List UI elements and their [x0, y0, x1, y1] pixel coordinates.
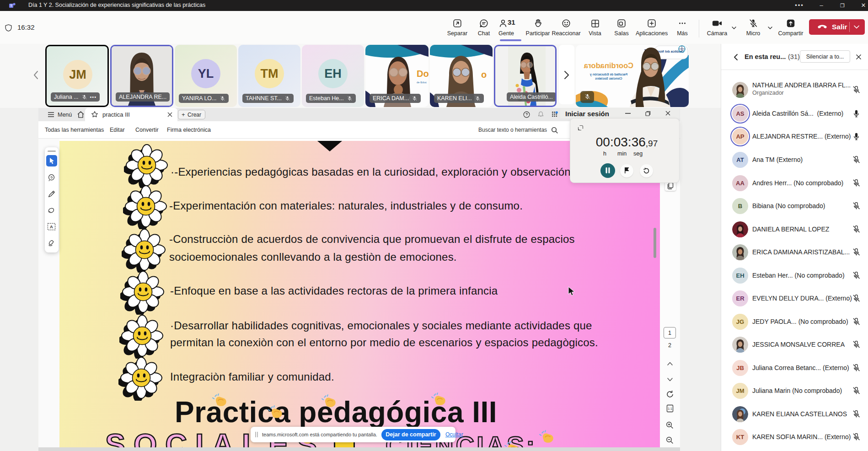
svg-text:T: T [10, 4, 12, 7]
svg-text:Coordinadora: Coordinadora [584, 61, 633, 70]
svg-text:Do: Do [417, 69, 429, 79]
svg-text:1:1: 1:1 [668, 407, 672, 410]
svg-text:Ciencias Sociales: Ciencias Sociales [595, 77, 622, 80]
svg-text:A: A [50, 224, 53, 229]
svg-text:Facultad de Educación y: Facultad de Educación y [590, 73, 627, 76]
svg-text:de Educ: de Educ [417, 81, 427, 84]
svg-text:o: o [481, 70, 487, 80]
